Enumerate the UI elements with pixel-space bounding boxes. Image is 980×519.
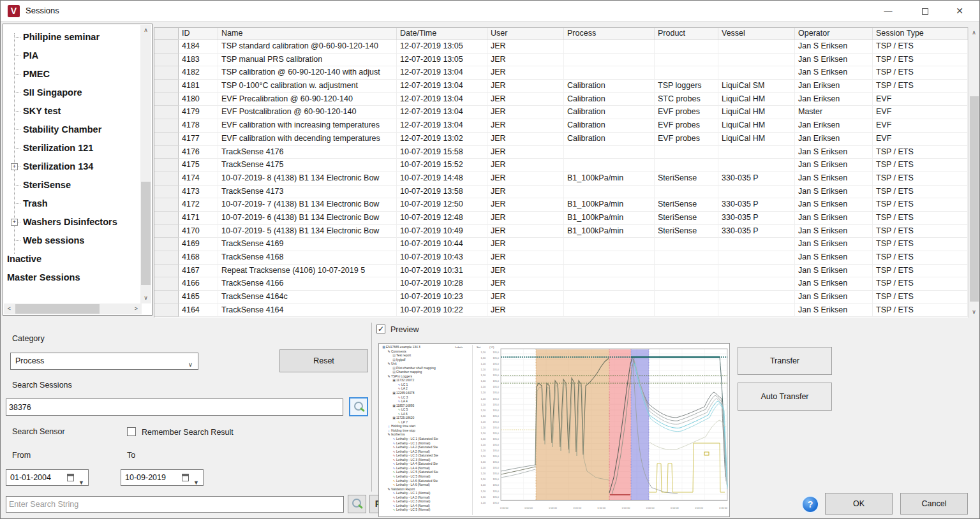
preview-tree-label: EN17665 example 134 3 (386, 346, 420, 349)
sidebar-item-pmec[interactable]: PMEC (3, 65, 141, 84)
preview-checkbox[interactable]: ✓ (376, 325, 385, 333)
column-header-user[interactable]: User (487, 28, 564, 40)
column-header-vessel[interactable]: Vessel (718, 28, 795, 40)
search-string-input[interactable] (6, 496, 344, 513)
table-row[interactable]: 4181TSP 0-100°C calibration w. adjustmen… (154, 80, 968, 93)
table-row[interactable]: 4173TrackSense 417310-07-2019 13:58JERJa… (154, 186, 968, 199)
table-row[interactable]: 417110-07-2019- 6 (4138) B1 134 Electron… (154, 212, 968, 225)
sidebar-item-philipine-seminar[interactable]: Philipine seminar (3, 28, 141, 47)
row-selector[interactable] (154, 265, 179, 278)
table-row[interactable]: 4167Repeat Tracksense (4106) 10-07-2019 … (154, 265, 968, 278)
scroll-left-icon[interactable]: < (4, 303, 15, 314)
table-scrollbar-thumb[interactable] (970, 96, 979, 302)
expand-icon[interactable]: + (11, 163, 18, 170)
sidebar-item-pia[interactable]: PIA (3, 47, 141, 65)
sidebar-item-master-sessions[interactable]: Master Sessions (3, 268, 141, 287)
tree-horizontal-scrollbar[interactable]: < > (4, 303, 142, 314)
preview-tree-label: TSPro Loggers (391, 375, 412, 378)
column-header-product[interactable]: Product (655, 28, 718, 40)
row-selector[interactable] (154, 186, 179, 199)
scroll-down-icon[interactable]: ∨ (140, 293, 151, 303)
row-selector[interactable] (154, 80, 179, 93)
scroll-down-icon[interactable]: ∨ (969, 307, 979, 318)
column-header-date-time[interactable]: Date/Time (397, 28, 487, 40)
from-date-picker[interactable]: 01-01-2004 ▼ (6, 469, 89, 486)
table-row[interactable]: 4165TrackSense 4164c10-07-2019 10:23JERJ… (154, 291, 968, 304)
table-row[interactable]: 4169TrackSense 416910-07-2019 10:44JERJa… (154, 238, 968, 251)
search-button[interactable] (349, 397, 368, 416)
row-selector[interactable] (154, 159, 179, 172)
row-selector[interactable] (154, 291, 179, 304)
sidebar-item-sii-singapore[interactable]: SII Singapore (3, 84, 141, 102)
tree-hscrollbar-thumb[interactable] (15, 304, 100, 314)
minimize-button[interactable]: — (873, 1, 903, 22)
table-row[interactable]: 4175TrackSense 417510-07-2019 15:52JERJa… (154, 159, 968, 172)
sidebar-item-stability-chamber[interactable]: Stability Chamber (3, 121, 141, 139)
table-row[interactable]: 4182TSP calibration @ 60-90-120-140 with… (154, 66, 968, 80)
scroll-up-icon[interactable]: ∧ (969, 27, 979, 38)
row-selector[interactable] (154, 225, 179, 238)
remember-search-checkbox[interactable] (127, 427, 136, 436)
ok-button[interactable]: OK (825, 493, 893, 515)
row-selector[interactable] (154, 40, 179, 54)
column-header-process[interactable]: Process (564, 28, 655, 40)
column-header-session-type[interactable]: Session Type (873, 28, 968, 40)
scroll-right-icon[interactable]: > (131, 303, 142, 314)
table-row[interactable]: 4180EVF Precalibration @ 60-90-120-14012… (154, 93, 968, 106)
search-string-button[interactable] (348, 495, 366, 513)
transfer-button[interactable]: Transfer (738, 347, 832, 375)
row-selector[interactable] (154, 106, 179, 119)
row-selector[interactable] (154, 198, 179, 212)
category-select[interactable]: Process ∨ (10, 353, 198, 370)
column-header-name[interactable]: Name (218, 28, 397, 40)
row-selector[interactable] (154, 133, 179, 146)
sidebar-item-sterilization-121[interactable]: Sterilization 121 (3, 139, 141, 157)
sidebar-item-trash[interactable]: Trash (3, 194, 141, 213)
table-row[interactable]: 417210-07-2019- 7 (4138) B1 134 Electron… (154, 198, 968, 212)
help-icon[interactable]: ? (803, 497, 818, 512)
cancel-button[interactable]: Cancel (900, 493, 968, 515)
column-header-operator[interactable]: Operator (795, 28, 873, 40)
sidebar-item-inactive[interactable]: Inactive (3, 250, 141, 268)
sidebar-item-sterisense[interactable]: SteriSense (3, 176, 141, 194)
table-row[interactable]: 4176TrackSense 417610-07-2019 15:58JERJa… (154, 146, 968, 159)
column-header-id[interactable]: ID (179, 28, 218, 40)
to-date-picker[interactable]: 10-09-2019 ▼ (121, 469, 204, 486)
table-row[interactable]: 4166TrackSense 416610-07-2019 10:28JERJa… (154, 277, 968, 291)
row-selector[interactable] (154, 238, 179, 251)
sidebar-item-sky-test[interactable]: SKY test (3, 102, 141, 121)
sidebar-item-washers-disinfectors[interactable]: +Washers Disinfectors (3, 213, 141, 231)
table-header[interactable]: IDNameDate/TimeUserProcessProductVesselO… (154, 28, 968, 40)
table-row[interactable]: 4184TSP standard calibration @0-60-90-12… (154, 40, 968, 54)
tree-vertical-scrollbar[interactable]: ∧ ∨ (140, 25, 151, 303)
close-button[interactable]: ✕ (945, 1, 974, 22)
row-selector[interactable] (154, 119, 179, 133)
row-selector[interactable] (154, 212, 179, 225)
expand-icon[interactable]: + (11, 219, 18, 226)
maximize-button[interactable] (910, 1, 940, 22)
sidebar-item-sterilization-134[interactable]: +Sterilization 134 (3, 157, 141, 176)
table-row[interactable]: 417010-07-2019- 5 (4138) B1 134 Electron… (154, 225, 968, 238)
row-selector[interactable] (154, 93, 179, 106)
table-row[interactable]: 4183TSP manual PRS calibration12-07-2019… (154, 54, 968, 67)
reset-button[interactable]: Reset (279, 349, 368, 372)
row-selector[interactable] (154, 146, 179, 159)
table-row[interactable]: 4178EVF calibration with increasing temp… (154, 119, 968, 133)
table-row[interactable]: 4177EVF calibration with decending tempe… (154, 133, 968, 146)
row-selector[interactable] (154, 66, 179, 80)
table-row[interactable]: 417410-07-2019- 8 (4138) B1 134 Electron… (154, 172, 968, 186)
auto-transfer-button[interactable]: Auto Transfer (738, 383, 832, 411)
table-row[interactable]: 4164TrackSense 416410-07-2019 10:22JERJa… (154, 304, 968, 318)
row-selector[interactable] (154, 251, 179, 265)
row-selector[interactable] (154, 172, 179, 186)
row-selector[interactable] (154, 304, 179, 318)
row-selector[interactable] (154, 277, 179, 291)
sidebar-item-web-sessions[interactable]: Web sessions (3, 231, 141, 250)
scroll-up-icon[interactable]: ∧ (140, 25, 151, 36)
table-vertical-scrollbar[interactable]: ∧ ∨ (968, 27, 979, 318)
row-selector[interactable] (154, 54, 179, 67)
tree-scrollbar-thumb[interactable] (141, 182, 151, 285)
table-row[interactable]: 4179EVF Postcalibration @ 60-90-120-1401… (154, 106, 968, 119)
table-row[interactable]: 4168TrackSense 416810-07-2019 10:43JERJa… (154, 251, 968, 265)
search-sessions-input[interactable] (6, 398, 343, 416)
